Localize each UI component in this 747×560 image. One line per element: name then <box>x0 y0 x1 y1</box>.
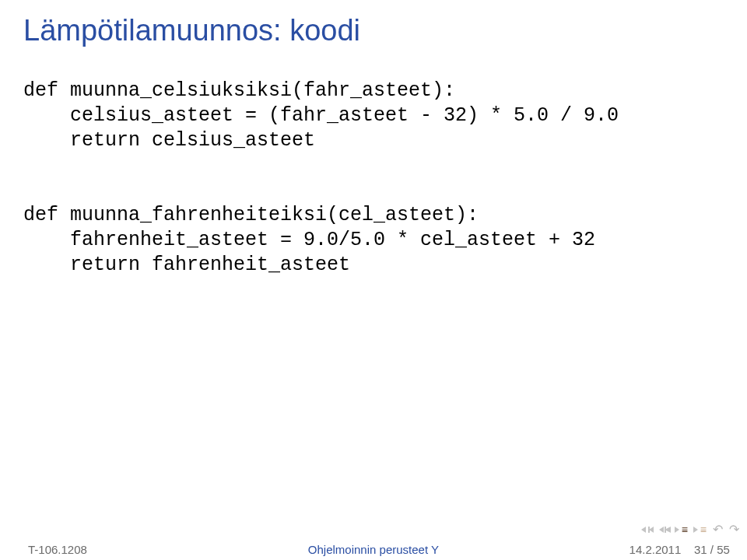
code-line: fahrenheit_asteet = 9.0/5.0 * cel_asteet… <box>23 229 595 251</box>
footer: T-106.1208 Ohjelmoinnin perusteet Y 14.2… <box>0 538 747 560</box>
slide: Lämpötilamuunnos: koodi def muunna_celsi… <box>0 0 747 560</box>
nav-controls: ≡ ≡ ↶↷ <box>640 522 739 537</box>
nav-last-icon[interactable]: ≡ <box>694 523 707 536</box>
lines-icon: ≡ <box>700 523 707 536</box>
redo-icon[interactable]: ↷ <box>729 522 739 537</box>
nav-first-icon[interactable] <box>640 526 651 534</box>
undo-icon[interactable]: ↶ <box>713 522 723 537</box>
footer-left: T-106.1208 <box>0 543 249 556</box>
nav-next-icon[interactable]: ≡ <box>675 523 688 536</box>
footer-right: 14.2.2011 31 / 55 <box>498 543 747 556</box>
page-title: Lämpötilamuunnos: koodi <box>0 0 747 79</box>
code-line: celsius_asteet = (fahr_asteet - 32) * 5.… <box>23 104 619 127</box>
code-line: return fahrenheit_asteet <box>23 254 350 276</box>
nav-prev-icon[interactable] <box>658 526 669 534</box>
code-block: def muunna_celsiuksiksi(fahr_asteet): ce… <box>23 79 724 278</box>
code-line: def muunna_fahrenheiteiksi(cel_asteet): <box>23 204 479 226</box>
code-line: def muunna_celsiuksiksi(fahr_asteet): <box>23 79 455 102</box>
code-line: return celsius_asteet <box>23 129 315 152</box>
footer-center[interactable]: Ohjelmoinnin perusteet Y <box>249 543 498 556</box>
lines-icon: ≡ <box>682 523 688 536</box>
footer-page: 31 / 55 <box>694 543 730 556</box>
content-area: def muunna_celsiuksiksi(fahr_asteet): ce… <box>0 79 747 560</box>
footer-date: 14.2.2011 <box>630 543 682 556</box>
